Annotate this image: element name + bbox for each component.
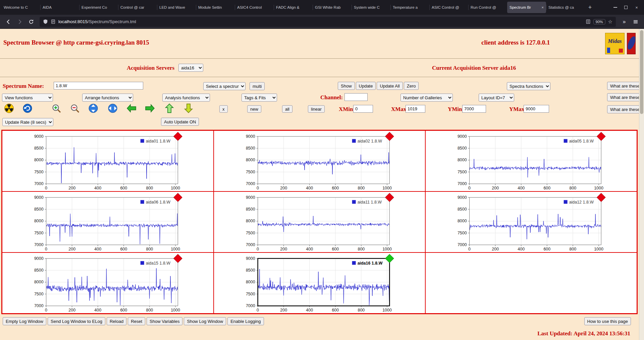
shield-icon[interactable] — [43, 19, 48, 24]
browser-tab-statistics-ca[interactable]: Statistics @ ca — [546, 2, 585, 13]
update-spectra-icon[interactable] — [22, 103, 33, 113]
xmin-input[interactable] — [353, 105, 373, 113]
browser-tab-spectrum-br[interactable]: Spectrum Br× — [507, 2, 546, 13]
zero-button[interactable]: Zero — [404, 82, 419, 90]
browser-tab-aida[interactable]: AIDA — [40, 2, 79, 13]
spectrum-name-input[interactable] — [54, 82, 143, 90]
compress-y-icon[interactable] — [183, 103, 194, 113]
how-to-use-button[interactable]: How to use this page — [584, 317, 631, 325]
browser-tab-run-control[interactable]: Run Control @ — [468, 2, 507, 13]
browser-tab-control-car[interactable]: Control @ car — [118, 2, 157, 13]
url-host: localhost:8015 — [58, 19, 88, 24]
minimize-button[interactable] — [610, 2, 621, 12]
status-diamond-icon[interactable] — [173, 132, 182, 141]
browser-tab-welcome-to-c[interactable]: Welcome to C — [1, 2, 40, 13]
what-are-these-button-1[interactable]: What are these? — [607, 82, 644, 90]
shift-right-icon[interactable] — [145, 103, 155, 113]
spectra-functions-dropdown[interactable]: Spectra functions — [507, 82, 550, 90]
xmax-input[interactable] — [406, 105, 425, 113]
acquisition-server-select[interactable]: aida16 — [178, 64, 203, 72]
status-diamond-icon[interactable] — [385, 132, 394, 141]
browser-tab-fadc-align[interactable]: FADC Align & — [274, 2, 313, 13]
shift-left-icon[interactable] — [126, 103, 137, 113]
app-menu-button[interactable] — [631, 17, 641, 27]
spectrum-trace — [258, 152, 390, 174]
spectrum-chart-aida12[interactable]: 7000750080008500900002004006008001000aid… — [425, 191, 637, 252]
browser-tab-temperature-a[interactable]: Temperature a — [390, 2, 429, 13]
select-spectrum-dropdown[interactable]: Select a spectrum — [203, 82, 246, 90]
number-of-galleries-dropdown[interactable]: Number of Galleries — [400, 94, 453, 102]
auto-update-button[interactable]: Auto Update ON — [161, 118, 199, 126]
reader-mode-icon[interactable] — [586, 19, 591, 24]
what-are-these-button-3[interactable]: What are these? — [607, 105, 644, 113]
browser-tab-asic4-control[interactable]: ASIC4 Control — [235, 2, 274, 13]
radiation-icon[interactable] — [4, 103, 14, 113]
send-log-window-to-elog-button[interactable]: Send Log Window to ELog — [48, 317, 105, 325]
browser-tab-asic-control[interactable]: ASIC Control @ — [429, 2, 468, 13]
enable-logging-button[interactable]: Enable Logging — [227, 317, 264, 325]
spectrum-chart-aida06[interactable]: 7000750080008500900002004006008001000aid… — [2, 191, 214, 252]
browser-tab-gsi-white-rab[interactable]: GSI White Rab — [313, 2, 352, 13]
status-diamond-icon[interactable] — [597, 132, 605, 141]
multi-button[interactable]: multi — [250, 82, 265, 90]
forward-button[interactable] — [15, 17, 25, 27]
reset-button[interactable]: Reset — [128, 317, 145, 325]
y-tick-label: 8000 — [34, 158, 44, 163]
x-tick-label: 800 — [358, 186, 365, 190]
update-all-button[interactable]: Update All — [377, 82, 402, 90]
browser-tab-module-settin[interactable]: Module Settin — [196, 2, 235, 13]
maximize-button[interactable] — [621, 2, 631, 12]
zoom-out-icon[interactable] — [70, 103, 80, 113]
arrange-functions-dropdown[interactable]: Arrange functions — [82, 94, 133, 102]
url-bar[interactable]: localhost:8015/Spectrum/Spectrum.tml 90%… — [40, 17, 616, 27]
show-variables-button[interactable]: Show Variables — [147, 317, 182, 325]
scrollbar-thumb[interactable] — [640, 30, 643, 114]
update-rate-dropdown[interactable]: Update Rate (8 secs) — [2, 118, 53, 126]
empty-log-window-button[interactable]: Empty Log Window — [3, 317, 46, 325]
spectrum-chart-aida16[interactable]: 7000750080008500900002004006008001000aid… — [214, 252, 425, 314]
new-tab-button[interactable]: + — [585, 2, 595, 12]
reload-button[interactable] — [26, 17, 36, 27]
ymax-input[interactable] — [524, 105, 549, 113]
analysis-functions-dropdown[interactable]: Analysis functions — [162, 94, 210, 102]
spectrum-chart-aida05[interactable]: 7000750080008500900002004006008001000aid… — [425, 130, 637, 191]
spectrum-chart-aida15[interactable]: 7000750080008500900002004006008001000aid… — [2, 252, 214, 314]
linear-button[interactable]: linear — [308, 105, 325, 113]
zoom-in-icon[interactable] — [51, 103, 61, 113]
status-diamond-icon[interactable] — [173, 193, 182, 202]
channel-input[interactable] — [344, 93, 368, 101]
new-button[interactable]: new — [247, 105, 261, 113]
unzoom-y-icon[interactable] — [88, 103, 98, 113]
view-functions-dropdown[interactable]: View functions — [2, 94, 53, 102]
ymin-input[interactable] — [462, 105, 486, 113]
tab-close-icon[interactable]: × — [542, 5, 544, 9]
zoom-level-badge[interactable]: 90% — [593, 19, 605, 24]
close-button[interactable]: × — [631, 2, 642, 12]
layout-id-dropdown[interactable]: Layout ID=7 — [479, 94, 514, 102]
browser-tab-system-wide-c[interactable]: System wide C — [352, 2, 390, 13]
spectrum-chart-aida01[interactable]: 7000750080008500900002004006008001000aid… — [2, 130, 214, 191]
overflow-menu-button[interactable]: » — [619, 17, 629, 27]
vertical-scrollbar[interactable] — [639, 29, 644, 340]
show-log-window-button[interactable]: Show Log Window — [184, 317, 226, 325]
browser-tab-experiment-co[interactable]: Experiment Co — [79, 2, 118, 13]
update-button[interactable]: Update — [356, 82, 376, 90]
status-diamond-icon[interactable] — [597, 193, 605, 202]
tags-fits-dropdown[interactable]: Tags & Fits — [241, 94, 277, 102]
x-axis-button[interactable]: x — [219, 105, 228, 113]
page-info-icon[interactable] — [51, 19, 56, 24]
expand-y-icon[interactable] — [164, 103, 174, 113]
status-diamond-icon[interactable] — [385, 193, 394, 202]
reload-button[interactable]: Reload — [107, 317, 126, 325]
unzoom-x-icon[interactable] — [108, 103, 118, 113]
all-button[interactable]: all — [282, 105, 292, 113]
show-button[interactable]: Show — [338, 82, 355, 90]
bookmark-star-icon[interactable]: ☆ — [608, 19, 612, 25]
status-diamond-icon[interactable] — [173, 254, 182, 263]
spectrum-chart-aida02[interactable]: 7000750080008500900002004006008001000aid… — [214, 130, 425, 191]
browser-tab-led-and-wave[interactable]: LED and Wave — [157, 2, 196, 13]
spectrum-chart-aida11[interactable]: 7000750080008500900002004006008001000aid… — [214, 191, 425, 252]
back-button[interactable] — [3, 17, 13, 27]
status-diamond-icon[interactable] — [385, 254, 394, 263]
what-are-these-button-2[interactable]: What are these? — [607, 93, 644, 101]
